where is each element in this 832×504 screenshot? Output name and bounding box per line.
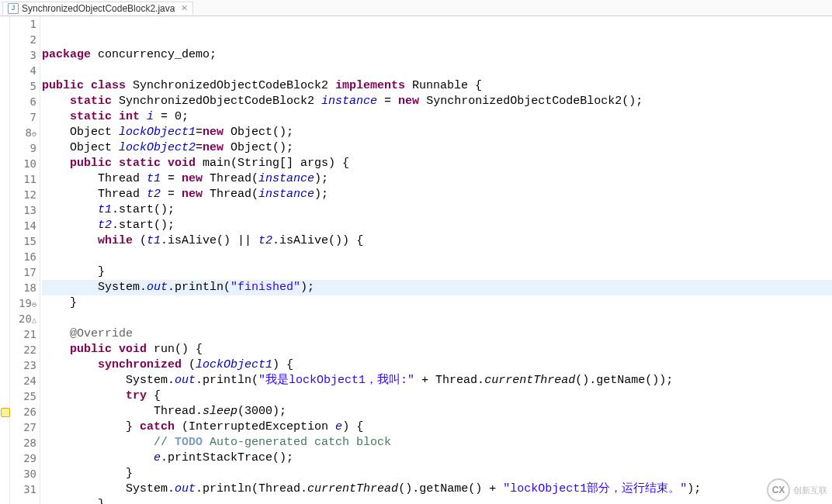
line-number: 16 [10, 249, 36, 264]
code-line[interactable]: Thread t1 = new Thread(instance); [42, 171, 832, 187]
line-number: 22 [10, 342, 36, 357]
code-line[interactable]: t1.start(); [42, 202, 832, 218]
line-number: 18 [10, 280, 36, 295]
code-line[interactable]: System.out.println(Thread.currentThread(… [42, 482, 832, 497]
code-line[interactable]: public class SynchronizedObjectCodeBlock… [42, 78, 832, 94]
code-line[interactable]: } [42, 466, 832, 482]
line-number: 14 [10, 218, 36, 233]
line-number: 27 [10, 419, 36, 435]
code-line[interactable]: e.printStackTrace(); [42, 450, 832, 466]
warning-marker-icon[interactable] [1, 408, 10, 417]
code-line[interactable]: public void run() { [42, 342, 832, 357]
line-number: 11 [10, 171, 36, 187]
line-number: 9 [10, 140, 36, 156]
line-number: 8⊖ [10, 125, 36, 140]
line-number: 1 [10, 16, 36, 32]
code-line[interactable]: static int i = 0; [42, 109, 832, 125]
code-line[interactable]: System.out.println("我是lockObject1，我叫:" +… [42, 373, 832, 388]
code-line[interactable]: public static void main(String[] args) { [42, 156, 832, 171]
line-number: 23 [10, 357, 36, 373]
code-line[interactable]: System.out.println("finished"); [42, 280, 832, 295]
line-number: 4 [10, 63, 36, 78]
code-editor[interactable]: 12345678⊖910111213141516171819⊖20△212223… [0, 16, 832, 504]
code-line[interactable]: try { [42, 388, 832, 404]
line-number: 29 [10, 450, 36, 466]
java-file-icon: J [8, 3, 19, 14]
code-line[interactable] [42, 311, 832, 326]
code-line[interactable]: } [42, 497, 832, 504]
line-number: 30 [10, 466, 36, 482]
line-number: 25 [10, 388, 36, 404]
marker-column [0, 16, 10, 504]
code-line[interactable]: Thread.sleep(3000); [42, 404, 832, 419]
code-line[interactable]: } catch (InterruptedException e) { [42, 419, 832, 435]
code-line[interactable]: // TODO Auto-generated catch block [42, 435, 832, 450]
line-number: 5 [10, 78, 36, 94]
line-number: 10 [10, 156, 36, 171]
close-icon[interactable]: ⨯ [181, 3, 188, 13]
code-line[interactable] [42, 63, 832, 78]
editor-tab[interactable]: J SynchronizedObjectCodeBlock2.java ⨯ [2, 2, 193, 15]
tab-filename: SynchronizedObjectCodeBlock2.java [22, 3, 175, 14]
code-line[interactable]: synchronized (lockObject1) { [42, 357, 832, 373]
editor-tab-bar: J SynchronizedObjectCodeBlock2.java ⨯ [0, 0, 832, 16]
code-line[interactable]: Object lockObject2=new Object(); [42, 140, 832, 156]
line-number: 15 [10, 233, 36, 249]
line-number: 3 [10, 47, 36, 63]
code-line[interactable]: t2.start(); [42, 218, 832, 233]
line-number: 19⊖ [10, 295, 36, 311]
code-line[interactable]: @Override [42, 326, 832, 342]
code-line[interactable]: while (t1.isAlive() || t2.isAlive()) { [42, 233, 832, 249]
line-number: 12 [10, 187, 36, 202]
code-area[interactable]: package concurrency_demo;public class Sy… [40, 16, 832, 504]
code-line[interactable]: static SynchronizedObjectCodeBlock2 inst… [42, 94, 832, 109]
line-number: 13 [10, 202, 36, 218]
code-line[interactable]: } [42, 264, 832, 280]
line-number-gutter: 12345678⊖910111213141516171819⊖20△212223… [10, 16, 40, 504]
line-number: 28 [10, 435, 36, 450]
line-number: 17 [10, 264, 36, 280]
line-number: 26 [10, 404, 36, 419]
line-number: 21 [10, 326, 36, 342]
code-line[interactable]: package concurrency_demo; [42, 47, 832, 63]
code-line[interactable] [42, 249, 832, 264]
line-number: 6 [10, 94, 36, 109]
line-number: 31 [10, 482, 36, 497]
line-number: 7 [10, 109, 36, 125]
line-number: 20△ [10, 311, 36, 326]
line-number: 24 [10, 373, 36, 388]
line-number: 2 [10, 32, 36, 47]
code-line[interactable]: Thread t2 = new Thread(instance); [42, 187, 832, 202]
code-line[interactable]: } [42, 295, 832, 311]
code-line[interactable]: Object lockObject1=new Object(); [42, 125, 832, 140]
